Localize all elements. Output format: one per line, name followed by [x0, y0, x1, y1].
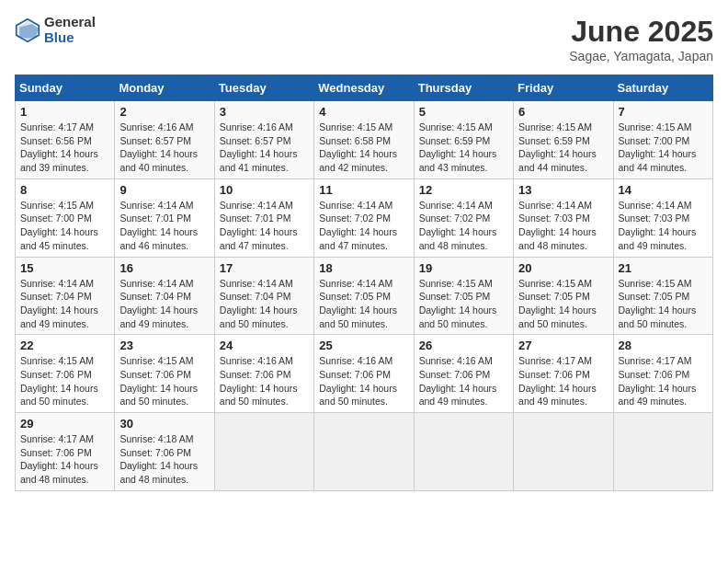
- sunset-label: Sunset: 7:00 PM: [619, 135, 690, 146]
- day-number: 17: [220, 261, 309, 275]
- sunrise-label: Sunrise: 4:14 AM: [119, 278, 193, 289]
- sunrise-label: Sunrise: 4:15 AM: [319, 121, 392, 132]
- table-row: 8 Sunrise: 4:15 AM Sunset: 7:00 PM Dayli…: [16, 178, 115, 257]
- table-row: 14 Sunrise: 4:14 AM Sunset: 7:03 PM Dayl…: [613, 178, 712, 257]
- sunrise-label: Sunrise: 4:17 AM: [619, 355, 692, 366]
- table-row: 7 Sunrise: 4:15 AM Sunset: 7:00 PM Dayli…: [613, 101, 712, 179]
- day-number: 16: [119, 261, 209, 275]
- day-info: Sunrise: 4:16 AM Sunset: 7:06 PM Dayligh…: [319, 354, 408, 408]
- sunrise-label: Sunrise: 4:18 AM: [119, 433, 193, 444]
- day-number: 19: [419, 261, 508, 275]
- day-info: Sunrise: 4:17 AM Sunset: 7:06 PM Dayligh…: [619, 354, 708, 408]
- sunset-label: Sunset: 7:06 PM: [619, 369, 690, 380]
- daylight-label: Daylight: 14 hours and 50 minutes.: [119, 383, 198, 408]
- table-row: [514, 413, 613, 491]
- day-number: 20: [518, 261, 608, 275]
- table-row: 20 Sunrise: 4:15 AM Sunset: 7:05 PM Dayl…: [514, 257, 613, 335]
- sunrise-label: Sunrise: 4:15 AM: [419, 121, 493, 132]
- day-number: 12: [419, 183, 508, 197]
- day-number: 21: [619, 261, 708, 275]
- table-row: 4 Sunrise: 4:15 AM Sunset: 6:58 PM Dayli…: [314, 101, 414, 179]
- sunset-label: Sunset: 7:06 PM: [119, 369, 191, 380]
- day-number: 13: [518, 183, 608, 197]
- day-info: Sunrise: 4:16 AM Sunset: 7:06 PM Dayligh…: [419, 354, 508, 408]
- sunrise-label: Sunrise: 4:14 AM: [619, 200, 692, 211]
- sunset-label: Sunset: 7:00 PM: [20, 213, 92, 224]
- day-info: Sunrise: 4:17 AM Sunset: 7:06 PM Dayligh…: [518, 354, 608, 408]
- page-header: General Blue June 2025 Sagae, Yamagata, …: [15, 15, 713, 63]
- daylight-label: Daylight: 14 hours and 49 minutes.: [518, 383, 597, 408]
- day-info: Sunrise: 4:14 AM Sunset: 7:04 PM Dayligh…: [20, 277, 109, 331]
- daylight-label: Daylight: 14 hours and 47 minutes.: [319, 226, 397, 251]
- day-number: 29: [20, 417, 109, 431]
- sunrise-label: Sunrise: 4:17 AM: [518, 355, 592, 366]
- day-number: 27: [518, 339, 608, 352]
- daylight-label: Daylight: 14 hours and 48 minutes.: [419, 226, 497, 251]
- day-info: Sunrise: 4:14 AM Sunset: 7:04 PM Dayligh…: [119, 277, 209, 331]
- sunset-label: Sunset: 6:58 PM: [319, 135, 391, 146]
- daylight-label: Daylight: 14 hours and 50 minutes.: [619, 304, 697, 329]
- day-info: Sunrise: 4:15 AM Sunset: 7:05 PM Dayligh…: [518, 277, 608, 331]
- sunset-label: Sunset: 7:06 PM: [119, 447, 191, 458]
- logo-blue: Blue: [44, 30, 96, 46]
- sunrise-label: Sunrise: 4:14 AM: [119, 200, 193, 211]
- logo-general: General: [44, 15, 96, 30]
- daylight-label: Daylight: 14 hours and 50 minutes.: [419, 304, 497, 329]
- sunset-label: Sunset: 7:06 PM: [20, 447, 92, 458]
- day-info: Sunrise: 4:14 AM Sunset: 7:01 PM Dayligh…: [220, 199, 309, 253]
- sunrise-label: Sunrise: 4:14 AM: [20, 278, 94, 289]
- sunset-label: Sunset: 7:06 PM: [518, 369, 590, 380]
- day-info: Sunrise: 4:16 AM Sunset: 7:06 PM Dayligh…: [220, 354, 309, 408]
- day-info: Sunrise: 4:16 AM Sunset: 6:57 PM Dayligh…: [119, 121, 209, 175]
- daylight-label: Daylight: 14 hours and 48 minutes.: [20, 460, 98, 485]
- sunrise-label: Sunrise: 4:14 AM: [518, 200, 592, 211]
- table-row: 23 Sunrise: 4:15 AM Sunset: 7:06 PM Dayl…: [115, 335, 214, 413]
- table-row: 12 Sunrise: 4:14 AM Sunset: 7:02 PM Dayl…: [414, 178, 513, 257]
- table-row: 3 Sunrise: 4:16 AM Sunset: 6:57 PM Dayli…: [214, 101, 313, 179]
- daylight-label: Daylight: 14 hours and 50 minutes.: [20, 383, 98, 408]
- sunset-label: Sunset: 7:02 PM: [319, 213, 391, 224]
- logo-icon: [15, 17, 40, 43]
- sunset-label: Sunset: 6:59 PM: [419, 135, 491, 146]
- day-info: Sunrise: 4:14 AM Sunset: 7:02 PM Dayligh…: [419, 199, 508, 253]
- day-number: 6: [518, 105, 608, 119]
- table-row: 2 Sunrise: 4:16 AM Sunset: 6:57 PM Dayli…: [115, 101, 214, 179]
- day-number: 1: [20, 105, 109, 119]
- day-number: 2: [119, 105, 209, 119]
- sunrise-label: Sunrise: 4:14 AM: [319, 278, 392, 289]
- table-row: 16 Sunrise: 4:14 AM Sunset: 7:04 PM Dayl…: [115, 257, 214, 335]
- sunrise-label: Sunrise: 4:15 AM: [518, 278, 592, 289]
- sunset-label: Sunset: 7:04 PM: [220, 291, 291, 302]
- sunrise-label: Sunrise: 4:15 AM: [20, 200, 94, 211]
- daylight-label: Daylight: 14 hours and 49 minutes.: [619, 226, 697, 251]
- day-number: 7: [619, 105, 708, 119]
- table-row: 22 Sunrise: 4:15 AM Sunset: 7:06 PM Dayl…: [16, 335, 115, 413]
- header-monday: Monday: [115, 75, 214, 101]
- sunrise-label: Sunrise: 4:17 AM: [20, 121, 94, 132]
- header-tuesday: Tuesday: [214, 75, 313, 101]
- sunrise-label: Sunrise: 4:14 AM: [220, 200, 293, 211]
- header-sunday: Sunday: [16, 75, 115, 101]
- day-info: Sunrise: 4:14 AM Sunset: 7:03 PM Dayligh…: [619, 199, 708, 253]
- day-info: Sunrise: 4:14 AM Sunset: 7:03 PM Dayligh…: [518, 199, 608, 253]
- day-info: Sunrise: 4:15 AM Sunset: 7:05 PM Dayligh…: [619, 277, 708, 331]
- calendar-row: 29 Sunrise: 4:17 AM Sunset: 7:06 PM Dayl…: [16, 413, 713, 491]
- daylight-label: Daylight: 14 hours and 50 minutes.: [518, 304, 597, 329]
- table-row: 15 Sunrise: 4:14 AM Sunset: 7:04 PM Dayl…: [16, 257, 115, 335]
- daylight-label: Daylight: 14 hours and 45 minutes.: [20, 226, 98, 251]
- calendar-row: 1 Sunrise: 4:17 AM Sunset: 6:56 PM Dayli…: [16, 101, 713, 179]
- day-number: 9: [119, 183, 209, 197]
- day-number: 4: [319, 105, 408, 119]
- day-info: Sunrise: 4:17 AM Sunset: 7:06 PM Dayligh…: [20, 432, 109, 487]
- table-row: 9 Sunrise: 4:14 AM Sunset: 7:01 PM Dayli…: [115, 178, 214, 257]
- sunset-label: Sunset: 7:05 PM: [518, 291, 590, 302]
- daylight-label: Daylight: 14 hours and 42 minutes.: [319, 148, 397, 173]
- header-friday: Friday: [514, 75, 613, 101]
- sunset-label: Sunset: 7:06 PM: [220, 369, 291, 380]
- day-number: 23: [119, 339, 209, 352]
- table-row: 18 Sunrise: 4:14 AM Sunset: 7:05 PM Dayl…: [314, 257, 414, 335]
- sunrise-label: Sunrise: 4:15 AM: [119, 355, 193, 366]
- logo-text: General Blue: [44, 15, 96, 45]
- header-saturday: Saturday: [613, 75, 712, 101]
- sunset-label: Sunset: 7:06 PM: [419, 369, 491, 380]
